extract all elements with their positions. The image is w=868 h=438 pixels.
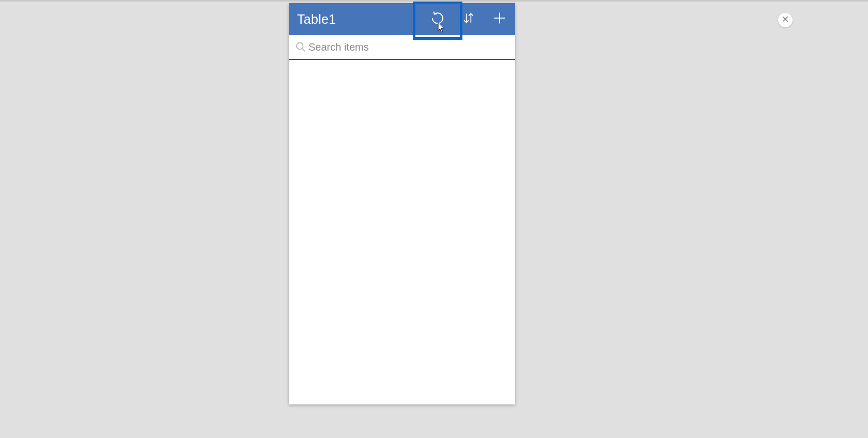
search-icon: [294, 41, 307, 53]
svg-point-4: [297, 43, 303, 50]
refresh-button[interactable]: [422, 3, 453, 35]
add-button[interactable]: [484, 3, 515, 35]
items-list: [289, 60, 515, 404]
panel-title: Table1: [297, 12, 422, 27]
close-button[interactable]: [778, 13, 793, 27]
refresh-icon: [430, 10, 445, 28]
panel-header: Table1: [289, 3, 515, 35]
header-actions: [422, 3, 515, 35]
table-panel: Table1: [289, 3, 515, 404]
sort-icon: [462, 11, 475, 27]
svg-line-5: [302, 49, 305, 51]
search-row: [289, 35, 515, 60]
close-icon: [782, 15, 789, 25]
search-input[interactable]: [308, 41, 510, 53]
sort-button[interactable]: [453, 3, 484, 35]
plus-icon: [492, 11, 507, 27]
